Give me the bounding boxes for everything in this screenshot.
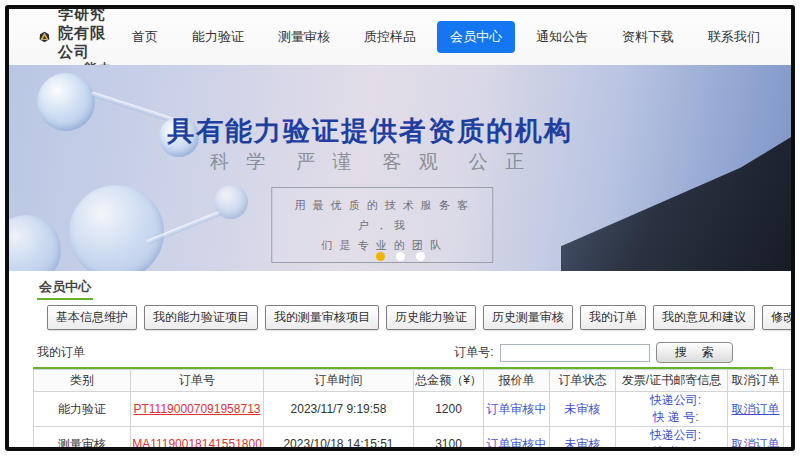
carousel-dot-1[interactable] — [376, 252, 385, 261]
nav-item-downloads[interactable]: 资料下载 — [609, 21, 687, 53]
search-button[interactable]: 搜 索 — [656, 342, 733, 363]
orders-table: 类别 订单号 订单时间 总金额（¥） 报价单 订单状态 发票/证书邮寄信息 取消… — [33, 369, 795, 451]
carousel-dot-3[interactable] — [416, 252, 425, 261]
order-remark — [784, 427, 796, 452]
order-time: 2023/10/18 14:15:51 — [264, 427, 414, 452]
order-amount: 3100 — [414, 427, 484, 452]
order-amount: 1200 — [414, 392, 484, 427]
order-quote-status: 订单审核中 — [487, 437, 547, 451]
nav-item-measurement-audit[interactable]: 测量审核 — [265, 21, 343, 53]
order-status: 未审核 — [565, 437, 601, 451]
nav-item-qc-samples[interactable]: 质控样品 — [351, 21, 429, 53]
order-number-link[interactable]: MA11190018141551800 — [132, 437, 262, 451]
order-category: 能力验证 — [34, 392, 131, 427]
cancel-order-link[interactable]: 取消订单 — [732, 437, 780, 451]
col-status: 订单状态 — [550, 370, 616, 392]
carousel-dot-2[interactable] — [396, 252, 405, 261]
order-time: 2023/11/7 9:19:58 — [264, 392, 414, 427]
member-center-tabs: 基本信息维护 我的能力验证项目 我的测量审核项目 历史能力验证 历史测量审核 我… — [33, 305, 773, 330]
banner-subtitle: 科 学 严 谨 客 观 公 正 — [9, 149, 731, 175]
main-nav: 首页 能力验证 测量审核 质控样品 会员中心 通知公告 资料下载 联系我们 — [119, 21, 773, 53]
page-frame: 山东省冶金科学研究院有限公司 — 能力验证中心 — 首页 能力验证 测量审核 质… — [5, 5, 795, 451]
member-center-title: 会员中心 — [37, 278, 93, 300]
col-cancel: 取消订单 — [728, 370, 784, 392]
tracking-number-label: 快 递 号: — [624, 444, 727, 451]
order-no-label: 订单号: — [454, 344, 493, 361]
tab-basic-info[interactable]: 基本信息维护 — [47, 305, 137, 330]
col-category: 类别 — [34, 370, 131, 392]
carousel-dots — [9, 252, 791, 261]
nav-item-home[interactable]: 首页 — [119, 21, 171, 53]
orders-bar: 我的订单 订单号: 搜 索 — [33, 342, 773, 369]
order-no-input[interactable] — [500, 344, 650, 362]
courier-company-label: 快递公司: — [624, 427, 727, 444]
tab-history-ma[interactable]: 历史测量审核 — [483, 305, 573, 330]
col-quote: 报价单 — [484, 370, 550, 392]
order-number-link[interactable]: PT11190007091958713 — [133, 402, 260, 416]
tab-feedback[interactable]: 我的意见和建议 — [653, 305, 755, 330]
tracking-number-label: 快 递 号: — [624, 409, 727, 426]
col-remark: 备注 — [784, 370, 796, 392]
tab-my-pt-projects[interactable]: 我的能力验证项目 — [144, 305, 258, 330]
nav-item-contact[interactable]: 联系我们 — [695, 21, 773, 53]
order-search-group: 订单号: 搜 索 — [454, 342, 733, 363]
tab-my-orders[interactable]: 我的订单 — [580, 305, 646, 330]
order-remark — [784, 392, 796, 427]
nav-item-proficiency-testing[interactable]: 能力验证 — [179, 21, 257, 53]
courier-company-label: 快递公司: — [624, 392, 727, 409]
col-shipping-info: 发票/证书邮寄信息 — [616, 370, 728, 392]
order-row-1: 能力验证 PT11190007091958713 2023/11/7 9:19:… — [34, 392, 796, 427]
order-quote-status: 订单审核中 — [487, 402, 547, 416]
col-order-no: 订单号 — [131, 370, 264, 392]
col-amount: 总金额（¥） — [414, 370, 484, 392]
orders-section-title: 我的订单 — [37, 344, 85, 361]
company-name: 山东省冶金科学研究院有限公司 — [58, 5, 119, 61]
member-center-section: 会员中心 基本信息维护 我的能力验证项目 我的测量审核项目 历史能力验证 历史测… — [9, 271, 791, 451]
header: 山东省冶金科学研究院有限公司 — 能力验证中心 — 首页 能力验证 测量审核 质… — [9, 9, 791, 65]
banner-title: 具有能力验证提供者资质的机构 — [9, 113, 731, 149]
col-order-time: 订单时间 — [264, 370, 414, 392]
tab-history-pt[interactable]: 历史能力验证 — [386, 305, 476, 330]
molecule-bubble — [9, 215, 61, 271]
tab-change-password[interactable]: 修改密码 — [762, 305, 795, 330]
nav-item-member-center[interactable]: 会员中心 — [437, 21, 515, 53]
order-status: 未审核 — [565, 402, 601, 416]
cancel-order-link[interactable]: 取消订单 — [732, 402, 780, 416]
hero-banner: 具有能力验证提供者资质的机构 科 学 严 谨 客 观 公 正 用 最 优 质 的… — [9, 65, 791, 271]
slogan-line-1: 用 最 优 质 的 技 术 服 务 客 户 ， 我 — [286, 195, 478, 235]
orders-header-row: 类别 订单号 订单时间 总金额（¥） 报价单 订单状态 发票/证书邮寄信息 取消… — [34, 370, 796, 392]
order-category: 测量审核 — [34, 427, 131, 452]
order-row-2: 测量审核 MA11190018141551800 2023/10/18 14:1… — [34, 427, 796, 452]
molecule-bubble — [214, 185, 248, 219]
nav-item-announcements[interactable]: 通知公告 — [523, 21, 601, 53]
logo-icon — [39, 17, 50, 57]
tab-my-ma-projects[interactable]: 我的测量审核项目 — [265, 305, 379, 330]
